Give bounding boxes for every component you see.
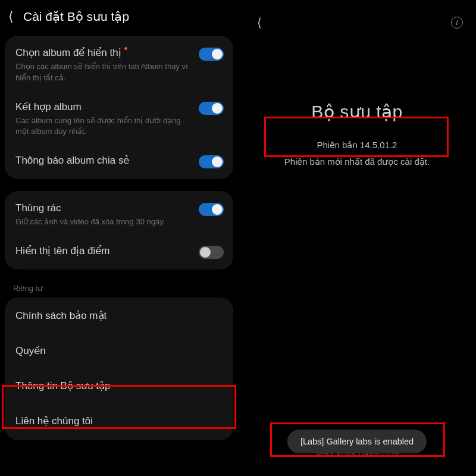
row-title: Chính sách bảo mật — [15, 309, 107, 323]
storage-group: Thùng rác Giữ các ảnh và video đã xóa tr… — [5, 191, 233, 270]
row-subtitle: Các album cùng tên sẽ được hiển thị dưới… — [15, 115, 193, 138]
row-subtitle: Giữ các ảnh và video đã xóa trong 30 ngà… — [15, 217, 193, 228]
back-icon[interactable]: ⟨ — [257, 15, 262, 30]
about-center: Bộ sưu tập Phiên bản 14.5.01.2 Phiên bản… — [238, 35, 476, 172]
row-location[interactable]: Hiển thị tên địa điểm — [5, 236, 233, 267]
row-title: Hiển thị tên địa điểm — [15, 245, 110, 258]
settings-pane: ⟨ Cài đặt Bộ sưu tập Chọn album để hiển … — [0, 0, 238, 476]
row-text: Chọn album để hiển thị Chọn các album sẽ… — [15, 46, 193, 84]
row-title: Thông báo album chia sẻ — [15, 154, 129, 168]
back-icon[interactable]: ⟨ — [8, 10, 14, 23]
row-text: Kết hợp album Các album cùng tên sẽ được… — [15, 101, 193, 138]
row-title: Liên hệ chúng tôi — [15, 415, 93, 428]
row-merge-album[interactable]: Kết hợp album Các album cùng tên sẽ được… — [5, 92, 233, 146]
privacy-group: Chính sách bảo mật Quyền Thông tin Bộ sư… — [5, 298, 233, 440]
row-title: Thùng rác — [15, 202, 61, 215]
toggle-share-notif[interactable] — [199, 155, 224, 168]
version-block: Phiên bản 14.5.01.2 Phiên bản mới nhất đ… — [268, 135, 446, 172]
row-privacy-policy[interactable]: Chính sách bảo mật — [5, 299, 233, 334]
version-text: Phiên bản 14.5.01.2 — [268, 140, 446, 151]
app-name: Bộ sưu tập — [248, 101, 466, 122]
albums-group: Chọn album để hiển thị Chọn các album sẽ… — [5, 36, 233, 179]
page-title: Cài đặt Bộ sưu tập — [23, 10, 129, 24]
info-icon[interactable]: i — [451, 17, 463, 29]
toggle-merge-album[interactable] — [199, 102, 224, 115]
labs-toast: [Labs] Gallery labs is enabled — [287, 430, 427, 453]
toggle-select-album[interactable] — [199, 48, 224, 61]
row-contact-us[interactable]: Liên hệ chúng tôi — [5, 404, 233, 439]
toggle-trash[interactable] — [199, 203, 224, 216]
row-about-gallery[interactable]: Thông tin Bộ sưu tập — [5, 369, 233, 404]
left-header: ⟨ Cài đặt Bộ sưu tập — [0, 0, 238, 31]
row-subtitle: Chọn các album sẽ hiển thị trên tab Albu… — [15, 61, 193, 84]
row-title: Quyền — [15, 345, 46, 358]
privacy-label: Riêng tư — [0, 281, 238, 298]
row-text: Thông báo album chia sẻ — [15, 154, 193, 168]
about-pane: ⟨ i Bộ sưu tập Phiên bản 14.5.01.2 Phiên… — [238, 0, 476, 476]
row-text: Thùng rác Giữ các ảnh và video đã xóa tr… — [15, 202, 193, 228]
toggle-location[interactable] — [199, 246, 224, 259]
row-select-album[interactable]: Chọn album để hiển thị Chọn các album sẽ… — [5, 38, 233, 92]
row-title: Kết hợp album — [15, 101, 82, 114]
row-title: Thông tin Bộ sưu tập — [15, 380, 111, 393]
row-title: Chọn album để hiển thị — [15, 46, 121, 60]
row-text: Hiển thị tên địa điểm — [15, 245, 193, 258]
row-permissions[interactable]: Quyền — [5, 334, 233, 369]
row-trash[interactable]: Thùng rác Giữ các ảnh và video đã xóa tr… — [5, 193, 233, 236]
right-header: ⟨ i — [238, 0, 476, 35]
latest-text: Phiên bản mới nhất đã được cài đặt. — [268, 156, 446, 167]
row-share-notif[interactable]: Thông báo album chia sẻ — [5, 146, 233, 177]
